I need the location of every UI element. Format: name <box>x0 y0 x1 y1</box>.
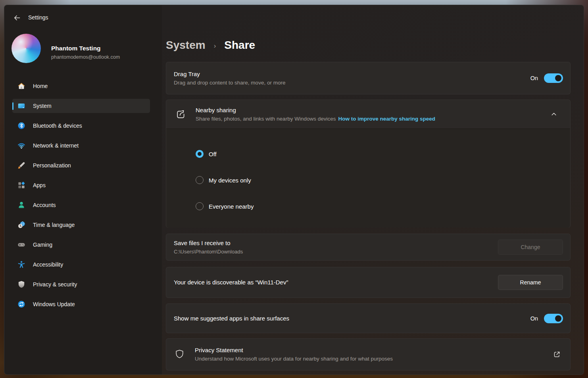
suggested-apps-toggle-state: On <box>530 315 538 322</box>
change-button[interactable]: Change <box>498 240 563 255</box>
sidebar-item-windows-update[interactable]: Windows Update <box>12 297 150 311</box>
sidebar-item-label: Apps <box>33 182 46 188</box>
sidebar-item-label: Bluetooth & devices <box>33 123 82 129</box>
drag-tray-title: Drag Tray <box>174 70 285 78</box>
save-files-card: Save files I receive to C:\Users\Phantom… <box>166 234 571 261</box>
breadcrumb-system[interactable]: System <box>166 39 206 52</box>
nearby-sharing-subtitle: Share files, photos, and links with near… <box>196 115 336 123</box>
personalization-icon <box>17 161 25 169</box>
avatar <box>12 34 41 63</box>
app-title: Settings <box>28 14 48 21</box>
privacy-security-icon <box>17 280 25 288</box>
shield-outline-icon <box>175 349 184 360</box>
sidebar-item-label: Personalization <box>33 162 71 169</box>
radio-label: Everyone nearby <box>209 203 254 210</box>
back-arrow-icon <box>13 14 21 21</box>
windows-update-icon <box>17 300 25 308</box>
radio-option-everyone-nearby[interactable]: Everyone nearby <box>196 198 570 214</box>
sidebar-item-accounts[interactable]: Accounts <box>12 198 150 212</box>
sidebar-item-label: Privacy & security <box>33 281 77 288</box>
sidebar-item-privacy-security[interactable]: Privacy & security <box>12 277 150 292</box>
main-content: System › Share Drag Tray Drag and drop c… <box>162 5 584 374</box>
user-email: phantomodemos@outlook.com <box>51 54 120 60</box>
network-icon <box>17 142 25 150</box>
sidebar-item-label: System <box>33 103 52 109</box>
sidebar-item-gaming[interactable]: Gaming <box>12 238 150 252</box>
radio-unselected-icon[interactable] <box>196 176 204 184</box>
toggle-knob <box>555 315 561 322</box>
radio-unselected-icon[interactable] <box>196 202 204 210</box>
chevron-up-icon <box>551 111 557 117</box>
save-files-title: Save files I receive to <box>174 239 243 247</box>
sidebar-item-accessibility[interactable]: Accessibility <box>12 257 150 272</box>
external-link-icon[interactable] <box>553 351 561 358</box>
toggle-knob <box>555 75 561 81</box>
sidebar-item-personalization[interactable]: Personalization <box>12 158 150 173</box>
radio-label: Off <box>209 151 217 157</box>
sidebar-nav: Home System <box>12 79 150 317</box>
radio-option-off[interactable]: Off <box>196 146 570 162</box>
nearby-sharing-header[interactable]: Nearby sharing Share files, photos, and … <box>166 100 570 129</box>
sidebar-item-label: Gaming <box>33 242 52 248</box>
drag-tray-toggle-state: On <box>530 75 538 81</box>
sidebar-item-time-language[interactable]: Time & language <box>12 218 150 232</box>
accessibility-icon <box>17 261 25 269</box>
suggested-apps-toggle[interactable] <box>544 314 563 323</box>
sidebar-item-label: Time & language <box>33 222 75 228</box>
breadcrumb: System › Share <box>166 39 255 52</box>
save-files-path: C:\Users\Phantom\Downloads <box>174 248 243 255</box>
home-icon <box>17 82 25 90</box>
bluetooth-icon <box>17 122 25 130</box>
user-name: Phantom Testing <box>51 45 101 52</box>
privacy-statement-title: Privacy Statement <box>195 346 393 354</box>
drag-tray-toggle[interactable] <box>544 73 563 83</box>
discoverable-text: Your device is discoverable as “Win11-De… <box>174 278 288 286</box>
discoverable-card: Your device is discoverable as “Win11-De… <box>166 267 571 298</box>
drag-tray-card: Drag Tray Drag and drop content to share… <box>166 62 571 94</box>
sidebar-item-apps[interactable]: Apps <box>12 178 150 192</box>
apps-icon <box>17 181 25 189</box>
suggested-apps-card: Show me suggested apps in share surfaces… <box>166 303 571 333</box>
rename-button[interactable]: Rename <box>498 275 563 290</box>
share-icon <box>175 109 186 120</box>
drag-tray-subtitle: Drag and drop content to share, move, or… <box>174 79 285 86</box>
privacy-statement-card[interactable]: Privacy Statement Understand how Microso… <box>166 338 571 370</box>
radio-label: My devices only <box>209 177 251 184</box>
suggested-apps-title: Show me suggested apps in share surfaces <box>174 315 289 322</box>
collapse-button[interactable] <box>547 108 561 120</box>
sidebar-item-label: Accessibility <box>33 261 63 268</box>
sidebar-item-system[interactable]: System <box>12 99 150 113</box>
time-language-icon <box>17 221 25 229</box>
sidebar-item-network-internet[interactable]: Network & internet <box>12 138 150 153</box>
gaming-icon <box>17 241 25 249</box>
settings-window: Settings Phantom Testing phantomodemos@o… <box>4 5 584 375</box>
sidebar-item-bluetooth-devices[interactable]: Bluetooth & devices <box>12 119 150 133</box>
page-title: Share <box>224 39 255 52</box>
system-icon <box>17 102 25 110</box>
back-button[interactable] <box>10 12 24 24</box>
sidebar-item-label: Home <box>33 83 48 89</box>
sidebar-item-label: Network & internet <box>33 142 79 149</box>
sidebar-item-label: Accounts <box>33 202 56 208</box>
radio-option-my-devices-only[interactable]: My devices only <box>196 172 570 188</box>
sidebar-item-label: Windows Update <box>33 301 75 307</box>
nearby-sharing-title: Nearby sharing <box>196 106 435 114</box>
sidebar-item-home[interactable]: Home <box>12 79 150 93</box>
accounts-icon <box>17 201 25 209</box>
nearby-sharing-help-link[interactable]: How to improve nearby sharing speed <box>338 115 435 123</box>
nearby-sharing-options: Off My devices only Everyone nearby <box>166 129 570 228</box>
nearby-sharing-card: Nearby sharing Share files, photos, and … <box>166 100 571 228</box>
radio-selected-icon[interactable] <box>196 150 204 158</box>
breadcrumb-separator-icon: › <box>214 42 216 50</box>
privacy-statement-subtitle: Understand how Microsoft uses your data … <box>195 355 393 363</box>
